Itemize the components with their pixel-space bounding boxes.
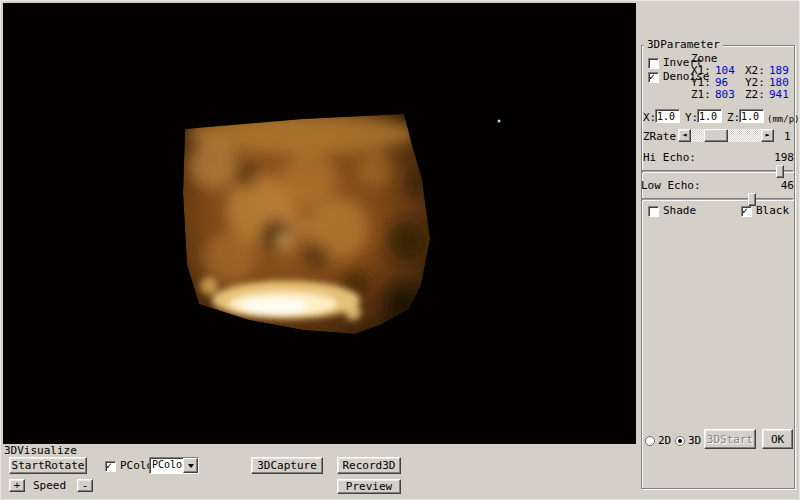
- radio-3d[interactable]: 3D: [675, 435, 701, 447]
- shade-checkbox[interactable]: Shade: [648, 205, 696, 217]
- scroll-right-icon: ►: [765, 130, 769, 141]
- hi-echo-slider[interactable]: [642, 165, 794, 178]
- low-echo-value: 46: [758, 180, 794, 192]
- start-rotate-button[interactable]: StartRotate: [9, 457, 87, 474]
- radio-3d-circle[interactable]: [675, 436, 685, 446]
- black-label: Black: [756, 205, 789, 217]
- pcolor-dropdown-value: PColor: [150, 458, 183, 473]
- hi-echo-label: Hi Echo:: [643, 152, 696, 164]
- parameter-groupbox-title: 3DParameter: [644, 39, 723, 50]
- ultrasound-render: [3, 3, 636, 444]
- scale-z-input[interactable]: [739, 109, 764, 123]
- speed-plus-button[interactable]: +: [9, 479, 25, 492]
- radio-2d-circle[interactable]: [645, 436, 655, 446]
- ok-button[interactable]: OK: [762, 429, 793, 449]
- zone-values: X1: 104 X2: 189 Y1: 96 Y2: 180 Z1: 803 Z…: [691, 65, 795, 101]
- scroll-left-icon: ◄: [682, 130, 686, 141]
- record-3d-button[interactable]: Record3D: [337, 457, 401, 474]
- zrate-scrollbar-shaft[interactable]: [691, 129, 761, 142]
- zrate-scroll-right-button[interactable]: ►: [761, 129, 774, 142]
- hi-echo-slider-thumb[interactable]: [776, 165, 784, 178]
- render-viewport[interactable]: [3, 3, 636, 444]
- preview-button[interactable]: Preview: [337, 479, 401, 494]
- zrate-value: 1: [784, 131, 791, 143]
- zone-z2-label: Z2:: [745, 89, 769, 101]
- denoise-checkbox-box[interactable]: [648, 72, 659, 83]
- low-echo-label: Low Echo:: [641, 180, 701, 192]
- radio-3d-label: 3D: [688, 435, 701, 447]
- hi-echo-value: 198: [758, 152, 794, 164]
- zrate-scrollbar[interactable]: ◄ ►: [678, 129, 774, 142]
- zone-z2-value: 941: [769, 89, 789, 101]
- low-echo-slider-channel: [642, 198, 794, 201]
- shade-label: Shade: [663, 205, 696, 217]
- pcolor-checkbox-box[interactable]: [105, 461, 116, 472]
- app-window: 3DParameter Invert Denoise Zone X1: 104 …: [0, 0, 800, 500]
- hi-echo-slider-channel: [642, 170, 794, 173]
- invert-checkbox-box[interactable]: [648, 58, 659, 69]
- scale-x-input[interactable]: [655, 109, 680, 123]
- start-3d-button[interactable]: 3DStart: [704, 429, 756, 449]
- shade-checkbox-box[interactable]: [648, 206, 659, 217]
- scale-y-input[interactable]: [697, 109, 722, 123]
- zrate-scrollbar-thumb[interactable]: [704, 129, 728, 142]
- speed-minus-button[interactable]: -: [77, 479, 93, 492]
- visualize-bar-title: 3DVisualize: [4, 445, 77, 457]
- chevron-down-icon: [188, 464, 194, 468]
- capture-3d-button[interactable]: 3DCapture: [251, 457, 323, 474]
- radio-2d-label: 2D: [658, 435, 671, 447]
- zrate-label: ZRate: [643, 131, 676, 143]
- radio-2d[interactable]: 2D: [645, 435, 671, 447]
- visualize-bar: 3DVisualize StartRotate + Speed - PColor…: [1, 444, 638, 500]
- parameter-panel: 3DParameter Invert Denoise Zone X1: 104 …: [638, 1, 800, 500]
- zrate-scroll-left-button[interactable]: ◄: [678, 129, 691, 142]
- zone-z1-value: 803: [715, 89, 745, 101]
- scale-unit-label: (mm/p): [767, 113, 800, 125]
- speed-label: Speed: [33, 480, 66, 492]
- black-checkbox[interactable]: Black: [741, 205, 789, 217]
- black-checkbox-box[interactable]: [741, 206, 752, 217]
- pcolor-dropdown[interactable]: PColor: [149, 457, 199, 474]
- zone-row-z: Z1: 803 Z2: 941: [691, 89, 795, 101]
- zone-z1-label: Z1:: [691, 89, 715, 101]
- pcolor-dropdown-button[interactable]: [183, 458, 198, 473]
